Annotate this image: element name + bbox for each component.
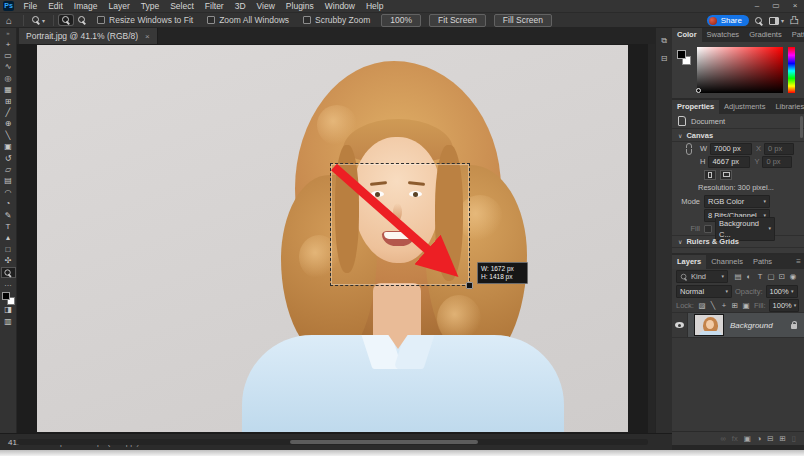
link-dimensions-icon[interactable]: [686, 143, 692, 155]
tab-channels[interactable]: Channels: [706, 255, 748, 269]
healing-brush-tool[interactable]: ⊕: [1, 119, 16, 130]
tab-close-icon[interactable]: ×: [145, 32, 150, 41]
menu-item-filter[interactable]: Filter: [199, 0, 229, 13]
color-mode-select[interactable]: RGB Color▾: [704, 195, 770, 208]
filter-shape-layers-icon[interactable]: ▢: [766, 272, 776, 281]
new-adjustment-layer-icon[interactable]: ◑: [757, 434, 762, 444]
fit-screen-button[interactable]: Fit Screen: [429, 14, 486, 27]
menu-item-window[interactable]: Window: [319, 0, 360, 13]
minimize-button[interactable]: –: [752, 0, 762, 12]
delete-layer-icon[interactable]: ▯: [792, 434, 796, 444]
zoom-in-button[interactable]: [59, 15, 73, 25]
canvas-section-header[interactable]: ∨ Canvas: [672, 129, 804, 142]
foreground-color-swatch[interactable]: [2, 292, 10, 300]
layer-fill-select[interactable]: 100%▾: [769, 299, 799, 312]
comments-panel-icon[interactable]: ⊟: [661, 54, 668, 63]
canvas-area[interactable]: W: 1672 px H: 1418 px: [17, 44, 655, 433]
blur-tool[interactable]: ◠: [1, 187, 16, 198]
menu-item-edit[interactable]: Edit: [43, 0, 69, 13]
lock-icon[interactable]: [791, 324, 797, 329]
filter-adjustment-layers-icon[interactable]: ◐: [744, 272, 754, 281]
saturation-field[interactable]: [697, 47, 783, 93]
lock-all-icon[interactable]: ▣: [741, 301, 751, 310]
filter-toggle-icon[interactable]: ◉: [788, 272, 798, 281]
close-button[interactable]: ×: [790, 0, 800, 12]
portrait-orientation-button[interactable]: [704, 170, 716, 180]
landscape-orientation-button[interactable]: [720, 170, 732, 180]
checkbox-scrubby-zoom[interactable]: Scrubby Zoom: [303, 15, 370, 25]
panel-scrollbar[interactable]: [800, 116, 803, 138]
path-selection-tool[interactable]: ▴: [1, 233, 16, 244]
marquee-corner-handle[interactable]: [466, 282, 473, 289]
filter-kind-select[interactable]: Kind▾: [676, 270, 728, 283]
layer-thumbnail[interactable]: [694, 314, 724, 336]
brush-tool[interactable]: ╲: [1, 130, 16, 141]
clone-stamp-tool[interactable]: ▣: [1, 142, 16, 153]
fill-checkbox[interactable]: [704, 225, 712, 233]
menu-item-view[interactable]: View: [251, 0, 280, 13]
workspace-switcher[interactable]: ▾: [769, 17, 784, 25]
edit-toolbar[interactable]: …: [1, 278, 16, 289]
hand-tool[interactable]: ✣: [1, 255, 16, 266]
height-field[interactable]: 4667 px: [708, 156, 750, 168]
100-button[interactable]: 100%: [381, 14, 421, 27]
menu-item-help[interactable]: Help: [360, 0, 388, 13]
history-brush-tool[interactable]: ↺: [1, 153, 16, 164]
export-panel-icon[interactable]: ⧉: [661, 36, 667, 45]
layer-effects-icon[interactable]: fx: [732, 434, 738, 444]
pen-tool[interactable]: ✎: [1, 210, 16, 221]
width-field[interactable]: 7000 px: [710, 143, 752, 155]
menu-item-image[interactable]: Image: [68, 0, 103, 13]
filter-type-layers-icon[interactable]: T: [755, 272, 765, 281]
tab-color[interactable]: Color: [672, 28, 702, 42]
menu-item-layer[interactable]: Layer: [103, 0, 135, 13]
panel-menu-icon[interactable]: ≡: [796, 255, 804, 269]
eyedropper-tool[interactable]: ╱: [1, 107, 16, 118]
export-share-icon[interactable]: 凸: [790, 16, 799, 25]
object-selection-tool[interactable]: ◎: [1, 73, 16, 84]
lock-move-icon[interactable]: +: [719, 301, 729, 310]
y-field[interactable]: 0 px: [762, 156, 792, 168]
background-layer-row[interactable]: Background: [672, 312, 804, 338]
add-layer-mask-icon[interactable]: ▣: [744, 434, 751, 444]
tab-properties[interactable]: Properties: [672, 100, 719, 114]
screen-mode-button[interactable]: ▥: [1, 316, 16, 327]
lasso-tool[interactable]: ∿: [1, 62, 16, 73]
home-icon[interactable]: ⌂: [6, 15, 12, 26]
horizontal-scrollbar-thumb[interactable]: [290, 440, 478, 444]
new-layer-icon[interactable]: ⊞: [780, 434, 786, 444]
menu-item-plugins[interactable]: Plugins: [280, 0, 319, 13]
menu-item-file[interactable]: File: [18, 0, 43, 13]
new-group-icon[interactable]: ⊟: [767, 434, 773, 444]
layer-visibility-cell[interactable]: [672, 313, 688, 337]
foreground-color-swatch[interactable]: [677, 50, 686, 59]
lock-artboard-icon[interactable]: ⊞: [730, 301, 740, 310]
document-tab[interactable]: Portrait.jpg @ 41.1% (RGB/8) ×: [19, 28, 158, 44]
toolbar-collapse-icon[interactable]: »: [6, 29, 9, 37]
marquee-tool[interactable]: ▭: [1, 50, 16, 61]
share-button[interactable]: Share: [707, 15, 749, 26]
tab-swatches[interactable]: Swatches: [702, 28, 745, 42]
fill-screen-button[interactable]: Fill Screen: [494, 14, 552, 27]
zoom-tool[interactable]: [1, 267, 16, 278]
tab-patterns[interactable]: Patterns: [787, 28, 804, 42]
dodge-tool[interactable]: ◔: [1, 198, 16, 209]
link-layers-icon[interactable]: ∞: [720, 434, 725, 444]
lock-transparency-icon[interactable]: ▨: [697, 301, 707, 310]
gradient-tool[interactable]: ▤: [1, 176, 16, 187]
menu-item-3d[interactable]: 3D: [229, 0, 251, 13]
x-field[interactable]: 0 px: [764, 143, 794, 155]
tab-gradients[interactable]: Gradients: [744, 28, 787, 42]
shape-tool[interactable]: □: [1, 244, 16, 255]
horizontal-scrollbar[interactable]: [17, 439, 648, 445]
quick-mask-button[interactable]: ◨: [1, 305, 16, 316]
filter-pixel-layers-icon[interactable]: ▤: [733, 272, 743, 281]
hue-slider[interactable]: [788, 47, 795, 93]
zoom-tool-preset[interactable]: ▾: [29, 15, 48, 25]
type-tool[interactable]: T: [1, 221, 16, 232]
menu-item-type[interactable]: Type: [135, 0, 164, 13]
checkbox-resize-windows-to-fit[interactable]: Resize Windows to Fit: [97, 15, 193, 25]
eraser-tool[interactable]: ▱: [1, 164, 16, 175]
menu-item-select[interactable]: Select: [165, 0, 200, 13]
tab-layers[interactable]: Layers: [672, 255, 706, 269]
